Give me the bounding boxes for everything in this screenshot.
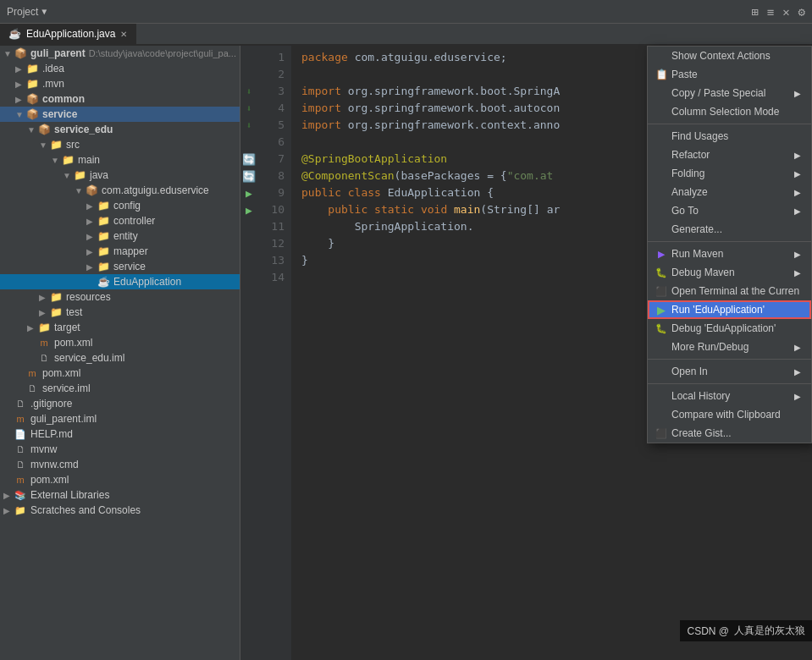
sidebar-item-service[interactable]: ▼ 📦 service — [0, 107, 240, 122]
menu-item-column-selection[interactable]: Column Selection Mode — [648, 102, 811, 121]
sidebar-item-entity[interactable]: ▶ 📁 entity — [0, 228, 240, 244]
menu-item-label: Compare with Clipboard — [671, 409, 781, 421]
tab-file-icon: ☕ — [8, 28, 21, 40]
submenu-arrow-icon: ▶ — [794, 392, 801, 401]
sidebar-item-pom-edu[interactable]: m pom.xml — [0, 335, 240, 350]
sidebar-item-service-edu-iml[interactable]: 🗋 service_edu.iml — [0, 350, 240, 366]
sidebar-item-guli-iml[interactable]: m guli_parent.iml — [0, 411, 240, 426]
item-label: test — [66, 306, 82, 318]
menu-item-more-run-debug[interactable]: More Run/Debug ▶ — [648, 338, 811, 356]
gutter-line-10: ▶ — [240, 201, 257, 218]
menu-item-open-terminal[interactable]: ⬛ Open Terminal at the Curren — [648, 282, 811, 300]
item-path: D:\study\java\code\project\guli_pa... — [89, 48, 236, 58]
sidebar-item-pom-root[interactable]: m pom.xml — [0, 472, 240, 487]
gutter-line-6 — [240, 134, 257, 151]
line-num-2: 2 — [257, 66, 284, 83]
line-num-14: 14 — [257, 269, 284, 286]
item-label: .gitignore — [30, 398, 72, 410]
layout-icon[interactable]: ≡ — [767, 5, 774, 19]
arrow-icon: ▶ — [15, 80, 25, 89]
menu-item-folding[interactable]: Folding ▶ — [648, 164, 811, 183]
submenu-arrow-icon: ▶ — [794, 169, 801, 179]
tab-bar: ☕ EduApplication.java ✕ — [0, 24, 812, 46]
item-label: service_edu.iml — [54, 352, 124, 364]
sidebar-item-guli-parent[interactable]: ▼ 📦 guli_parent D:\study\java\code\proje… — [0, 46, 240, 61]
item-label: mvnw — [30, 443, 57, 455]
folder-icon: 📁 — [25, 78, 39, 90]
menu-item-paste[interactable]: 📋 Paste — [648, 65, 811, 84]
menu-item-debug-edu-application[interactable]: 🐛 Debug 'EduApplication' — [648, 319, 811, 338]
sidebar-item-mapper[interactable]: ▶ 📁 mapper — [0, 244, 240, 259]
project-sidebar: ▼ 📦 guli_parent D:\study\java\code\proje… — [0, 46, 240, 660]
sidebar-item-gitignore[interactable]: 🗋 .gitignore — [0, 396, 240, 411]
line-num-5: 5 — [257, 117, 284, 134]
menu-separator-2 — [648, 241, 811, 242]
gutter-line-7: 🔄 — [240, 151, 257, 168]
menu-item-show-context[interactable]: Show Context Actions — [648, 47, 811, 65]
sidebar-item-pom-service[interactable]: m pom.xml — [0, 366, 240, 381]
sidebar-item-java[interactable]: ▼ 📁 java — [0, 168, 240, 183]
sidebar-item-controller[interactable]: ▶ 📁 controller — [0, 213, 240, 228]
sidebar-item-idea[interactable]: ▶ 📁 .idea — [0, 61, 240, 76]
line-num-9: 9 — [257, 184, 284, 201]
sidebar-item-test[interactable]: ▶ 📁 test — [0, 305, 240, 320]
menu-item-label: Run Maven — [671, 248, 723, 260]
sidebar-item-service-edu[interactable]: ▼ 📦 service_edu — [0, 122, 240, 137]
sidebar-item-edu-application[interactable]: ☕ EduApplication — [0, 274, 240, 289]
menu-separator-1 — [648, 124, 811, 124]
menu-item-run-edu-application[interactable]: ▶ Run 'EduApplication' — [648, 300, 811, 319]
sidebar-item-help-md[interactable]: 📄 HELP.md — [0, 426, 240, 442]
menu-item-generate[interactable]: Generate... — [648, 220, 811, 239]
sidebar-item-mvn[interactable]: ▶ 📁 .mvn — [0, 76, 240, 91]
settings-icon[interactable]: ⚙ — [798, 5, 805, 19]
arrow-icon: ▶ — [86, 247, 97, 256]
menu-item-find-usages[interactable]: Find Usages — [648, 127, 811, 146]
sidebar-item-mvnw-cmd[interactable]: 🗋 mvnw.cmd — [0, 457, 240, 472]
menu-item-copy-paste-special[interactable]: Copy / Paste Special ▶ — [648, 84, 811, 102]
sidebar-item-scratches[interactable]: ▶ 📁 Scratches and Consoles — [0, 503, 240, 518]
item-label: common — [42, 93, 85, 105]
folder-icon: 📁 — [73, 169, 86, 181]
close-icon[interactable]: ✕ — [782, 5, 789, 19]
tab-edu-application[interactable]: ☕ EduApplication.java ✕ — [0, 24, 136, 44]
sidebar-item-main[interactable]: ▼ 📁 main — [0, 152, 240, 168]
menu-item-goto[interactable]: Go To ▶ — [648, 201, 811, 220]
menu-item-debug-maven[interactable]: 🐛 Debug Maven ▶ — [648, 263, 811, 282]
menu-item-run-maven[interactable]: ▶ Run Maven ▶ — [648, 245, 811, 263]
menu-item-refactor[interactable]: Refactor ▶ — [648, 146, 811, 164]
package-icon: 📦 — [85, 184, 98, 196]
sidebar-item-service-iml[interactable]: 🗋 service.iml — [0, 381, 240, 396]
sidebar-item-package[interactable]: ▼ 📦 com.atguigu.eduservice — [0, 183, 240, 198]
maven-run-icon: ▶ — [655, 247, 668, 261]
structure-icon[interactable]: ⊞ — [751, 5, 758, 19]
tab-label: EduApplication.java — [26, 28, 115, 40]
module-icon: 📦 — [14, 47, 27, 59]
menu-item-compare-clipboard[interactable]: Compare with Clipboard — [648, 405, 811, 424]
line-num-10: 10 — [257, 201, 284, 218]
sidebar-item-mvnw[interactable]: 🗋 mvnw — [0, 442, 240, 457]
sidebar-item-target[interactable]: ▶ 📁 target — [0, 320, 240, 335]
sidebar-item-common[interactable]: ▶ 📦 common — [0, 91, 240, 107]
sidebar-item-src[interactable]: ▼ 📁 src — [0, 137, 240, 152]
arrow-icon: ▶ — [86, 201, 97, 211]
submenu-arrow-icon: ▶ — [794, 268, 801, 278]
maven-icon: m — [25, 367, 39, 379]
gutter-line-4: ⬇ — [240, 100, 257, 117]
file-icon: 🗋 — [14, 398, 27, 410]
sidebar-item-service-folder[interactable]: ▶ 📁 service — [0, 259, 240, 274]
item-label: pom.xml — [54, 337, 92, 349]
menu-item-open-in[interactable]: Open In ▶ — [648, 362, 811, 381]
sidebar-item-external-libs[interactable]: ▶ 📚 External Libraries — [0, 487, 240, 503]
tab-close-icon[interactable]: ✕ — [120, 30, 127, 39]
sidebar-item-resources[interactable]: ▶ 📁 resources — [0, 289, 240, 305]
menu-item-local-history[interactable]: Local History ▶ — [648, 387, 811, 405]
arrow-icon: ▼ — [39, 140, 49, 150]
arrow-icon: ▶ — [86, 217, 97, 226]
gutter-line-9: ▶ — [240, 184, 257, 201]
title-dropdown-icon[interactable]: ▼ — [41, 7, 47, 16]
gutter-line-1 — [240, 49, 257, 66]
sidebar-item-config[interactable]: ▶ 📁 config — [0, 198, 240, 213]
menu-item-label: Paste — [671, 69, 698, 80]
menu-item-analyze[interactable]: Analyze ▶ — [648, 183, 811, 201]
menu-item-create-gist[interactable]: ⬛ Create Gist... — [648, 424, 811, 443]
